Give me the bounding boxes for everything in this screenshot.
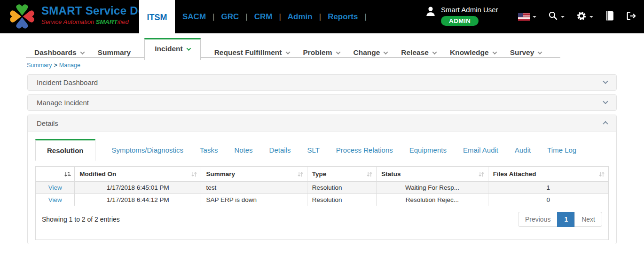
user-role-badge[interactable]: ADMIN [441,16,479,26]
column-header-actions[interactable] [36,167,75,182]
tab-incident[interactable]: Incident [144,38,200,60]
caret-down-icon [533,16,536,18]
nav-grc[interactable]: GRC [221,12,239,22]
nav-admin[interactable]: Admin [288,12,313,22]
page-1-button[interactable]: 1 [557,212,575,227]
nav-crm[interactable]: CRM [254,12,273,22]
tab-problem[interactable]: Problem [303,48,340,57]
tab-process-relations[interactable]: Process Relations [336,146,393,154]
sort-both-icon [598,171,605,178]
previous-page-button[interactable]: Previous [518,212,558,227]
tab-time-log[interactable]: Time Log [547,146,576,154]
detail-tabs: Resolution Symptoms/Diagnostics Tasks No… [35,139,609,161]
breadcrumb-separator: > [54,62,57,69]
knowledge-book-button[interactable] [605,11,614,23]
tab-notes[interactable]: Notes [234,146,252,154]
tab-slt[interactable]: SLT [307,146,319,154]
nav-separator: | [319,12,321,22]
tab-resolution[interactable]: Resolution [35,139,95,161]
caret-down-icon [561,16,565,18]
table-footer: Showing 1 to 2 of 2 entries Previous 1 N… [36,206,608,240]
chevron-down-icon [603,78,608,84]
chevron-down-icon [432,50,437,54]
logout-icon [626,11,636,23]
nav-separator: | [212,12,214,22]
details-panel-header[interactable]: Details [28,115,616,131]
tab-audit[interactable]: Audit [515,146,531,154]
language-selector[interactable] [518,13,536,21]
tab-label: Release [401,48,429,57]
tab-knowledge[interactable]: Knowledge [450,48,496,57]
book-icon [605,11,614,23]
module-navigation: Dashboards Summary Incident Request Fulf… [0,33,644,61]
breadcrumb: Summary>Manage [27,62,644,69]
chevron-down-icon [186,46,191,51]
chevron-down-icon [492,50,497,54]
tab-label: Request Fulfillment [214,48,282,57]
tagline-suffix: ified [118,18,129,25]
details-panel-body: Resolution Symptoms/Diagnostics Tasks No… [28,131,616,244]
nav-reports[interactable]: Reports [328,12,358,22]
sort-both-icon [366,171,373,178]
tab-change[interactable]: Change [353,48,388,57]
chevron-up-icon [603,121,608,126]
app-header: SMART Service Desk Service Automation SM… [0,0,644,33]
column-label: Modified On [79,170,116,178]
sort-both-icon [191,171,197,178]
column-header-modified-on[interactable]: Modified On [75,167,201,182]
tab-label: Change [353,48,380,57]
column-label: Type [312,170,327,178]
table-header-row: Modified On Summary [36,167,608,182]
cell-files-attached: 0 [488,194,608,206]
breadcrumb-summary[interactable]: Summary [27,62,52,69]
manage-incident-panel-header[interactable]: Manage Incident [27,94,617,111]
sort-both-icon [297,171,304,178]
chevron-down-icon [384,50,388,54]
entries-info: Showing 1 to 2 of 2 entries [42,216,120,223]
incident-dashboard-panel-header[interactable]: Incident Dashboard [27,74,617,91]
content-panels: Incident Dashboard Manage Incident Detai… [27,74,617,244]
cell-modified-on: 1/17/2018 6:45:01 PM [75,182,201,194]
tagline-prefix: Service Automation [41,18,96,25]
search-menu[interactable] [548,11,565,23]
sort-active-icon [64,171,71,178]
chevron-down-icon [336,50,340,54]
user-info: Smart Admin User ADMIN [441,6,498,26]
nav-sacm[interactable]: SACM [182,12,206,22]
settings-menu[interactable] [576,11,593,23]
next-page-button[interactable]: Next [574,212,602,227]
tab-symptoms-diagnostics[interactable]: Symptoms/Diagnostics [112,146,184,154]
cell-status: Resolution Rejec... [377,194,488,206]
column-header-status[interactable]: Status [377,167,488,182]
tab-release[interactable]: Release [401,48,436,57]
tab-dashboards[interactable]: Dashboards [34,48,84,57]
nav-separator: | [279,12,281,22]
tab-tasks[interactable]: Tasks [200,146,218,154]
breadcrumb-manage[interactable]: Manage [59,62,80,69]
tab-survey[interactable]: Survey [510,48,542,57]
tab-email-audit[interactable]: Email Audit [463,146,498,154]
tab-request-fulfillment[interactable]: Request Fulfillment [214,48,290,57]
panel-title: Manage Incident [37,99,89,107]
panel-title: Incident Dashboard [37,78,98,86]
logout-button[interactable] [626,11,636,23]
column-header-type[interactable]: Type [307,167,376,182]
nav-itsm-tab[interactable]: ITSM [139,0,175,35]
nav-separator: | [245,12,247,22]
table-row: View 1/17/2018 6:45:01 PM test Resolutio… [36,182,608,194]
chevron-down-icon [285,50,290,54]
column-label: Summary [206,170,235,178]
cell-summary: test [201,182,307,194]
tab-summary[interactable]: Summary [98,48,131,57]
search-icon [548,11,558,23]
view-link[interactable]: View [48,196,62,203]
view-link[interactable]: View [48,184,62,191]
tab-label: Problem [303,48,332,57]
sort-both-icon [478,171,485,178]
tab-equipments[interactable]: Equipments [409,146,447,154]
pagination: Previous 1 Next [518,212,602,227]
column-header-files-attached[interactable]: Files Attached [488,167,608,182]
tab-details[interactable]: Details [269,146,291,154]
details-panel: Details Resolution Symptoms/Diagnostics … [27,115,617,244]
column-header-summary[interactable]: Summary [201,167,307,182]
